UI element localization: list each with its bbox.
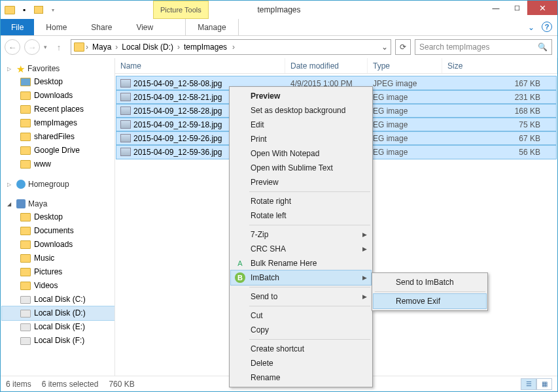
column-headers: Name Date modified Type Size [115,58,557,74]
menu-preview[interactable]: Preview [231,89,371,103]
menu-copy[interactable]: Copy [231,323,371,337]
bulk-rename-icon: A [235,258,245,269]
computer-icon [16,199,26,208]
menu-preview2[interactable]: Preview [231,175,371,189]
column-name[interactable]: Name [115,58,285,73]
breadcrumb-drive[interactable]: Local Disk (D:) [119,42,176,52]
icons-view-button[interactable]: ▦ [536,378,552,390]
nav-item-pictures[interactable]: Pictures [2,265,114,279]
view-buttons: ☰ ▦ [521,378,552,390]
details-view-button[interactable]: ☰ [521,378,536,390]
quick-access-toolbar: ▪ ▾ [1,3,60,16]
title-bar: ▪ ▾ Picture Tools tempImages [1,1,557,19]
refresh-button[interactable]: ⟳ [395,39,411,55]
folder-icon [20,119,31,127]
qat-dropdown-icon[interactable]: ▾ [46,3,60,16]
menu-delete[interactable]: Delete [231,356,371,370]
nav-item-disk-e[interactable]: Local Disk (E:) [2,320,114,334]
window-title: tempImages [257,5,300,14]
address-bar-row: ← → ▾ ↑ Maya Local Disk (D:) tempImages … [1,36,557,58]
image-icon [120,79,131,88]
menu-send-to[interactable]: Send to [231,289,371,304]
folder-icon [20,91,31,100]
ribbon-tabs: File Home Share View Manage ⌄ ? [1,19,557,36]
search-input[interactable]: Search tempImages 🔍 [415,39,552,55]
menu-print[interactable]: Print [231,132,371,146]
file-type: EG image [368,148,442,157]
ribbon-collapse-icon[interactable]: ⌄ [523,19,539,35]
file-type: EG image [368,106,442,116]
file-type: EG image [368,120,442,129]
folder-icon [20,268,31,276]
file-name: 2015-04-09_12-59-18.jpg [133,120,222,129]
up-button[interactable]: ↑ [51,39,67,55]
nav-item-music[interactable]: Music [2,252,114,265]
imbatch-icon: B [235,272,245,283]
file-tab[interactable]: File [1,19,34,35]
menu-set-background[interactable]: Set as desktop background [231,103,371,118]
menu-crc-sha[interactable]: CRC SHA [231,242,371,256]
back-button[interactable]: ← [5,39,20,55]
nav-item-downloads[interactable]: Downloads [2,89,114,103]
image-icon [120,120,131,129]
nav-item-tempimages[interactable]: tempImages [2,116,114,130]
menu-rename[interactable]: Rename [231,370,371,385]
file-name: 2015-04-09_12-58-08.jpg [133,79,222,88]
menu-edit[interactable]: Edit [231,118,371,132]
nav-item-disk-f[interactable]: Local Disk (F:) [2,334,114,348]
folder-icon [20,133,31,141]
homegroup-icon [16,180,26,189]
close-button[interactable] [527,1,557,15]
nav-item-desktop2[interactable]: Desktop [2,210,114,224]
image-icon [120,134,131,142]
nav-item-www[interactable]: www [2,157,114,171]
submenu-remove-exif[interactable]: Remove Exif [374,294,486,308]
column-type[interactable]: Type [368,58,442,73]
menu-imbatch[interactable]: BImBatch [231,270,371,285]
computer-header[interactable]: Maya [2,197,114,210]
maximize-button[interactable] [506,1,527,15]
menu-rotate-right[interactable]: Rotate right [231,194,371,208]
favorites-header[interactable]: ★Favorites [2,62,114,75]
column-size[interactable]: Size [442,58,557,73]
image-icon [120,106,131,115]
history-dropdown-icon[interactable]: ▾ [44,44,47,50]
manage-tab[interactable]: Manage [185,19,238,35]
nav-item-recent[interactable]: Recent places [2,103,114,116]
folder-icon [20,213,31,221]
nav-item-sharedfiles[interactable]: sharedFiles [2,130,114,144]
column-date[interactable]: Date modified [285,58,368,73]
menu-create-shortcut[interactable]: Create shortcut [231,342,371,356]
forward-button[interactable]: → [24,39,40,55]
menu-rotate-left[interactable]: Rotate left [231,208,371,223]
menu-open-notepad[interactable]: Open With Notepad [231,146,371,161]
minimize-button[interactable] [485,1,506,15]
nav-item-videos[interactable]: Videos [2,279,114,293]
menu-cut[interactable]: Cut [231,308,371,323]
nav-item-documents[interactable]: Documents [2,224,114,238]
home-tab[interactable]: Home [34,19,79,35]
nav-item-disk-c[interactable]: Local Disk (C:) [2,293,114,306]
nav-item-disk-d[interactable]: Local Disk (D:) [2,306,114,320]
file-type: JPEG image [368,79,442,88]
menu-open-sublime[interactable]: Open with Sublime Text [231,161,371,175]
new-folder-icon[interactable] [32,3,45,16]
breadcrumb-folder[interactable]: tempImages [181,42,230,52]
file-size: 75 KB [442,120,556,129]
breadcrumb-root[interactable]: Maya [90,42,114,52]
share-tab[interactable]: Share [79,19,124,35]
view-tab[interactable]: View [124,19,166,35]
nav-item-desktop[interactable]: Desktop [2,75,114,89]
properties-icon[interactable]: ▪ [18,3,31,16]
submenu-send-to-imbatch[interactable]: Send to ImBatch [374,275,486,289]
address-bar[interactable]: Maya Local Disk (D:) tempImages ⌄ [71,39,391,55]
nav-item-googledrive[interactable]: Google Drive [2,144,114,157]
nav-item-downloads2[interactable]: Downloads [2,238,114,252]
address-dropdown-icon[interactable]: ⌄ [379,42,391,52]
homegroup-header[interactable]: Homegroup [2,178,114,191]
menu-7zip[interactable]: 7-Zip [231,227,371,242]
file-size: 67 KB [442,134,556,143]
menu-bulk-rename[interactable]: ABulk Rename Here [231,256,371,270]
help-icon[interactable]: ? [542,22,552,32]
contextual-tab-label: Picture Tools [153,1,209,19]
